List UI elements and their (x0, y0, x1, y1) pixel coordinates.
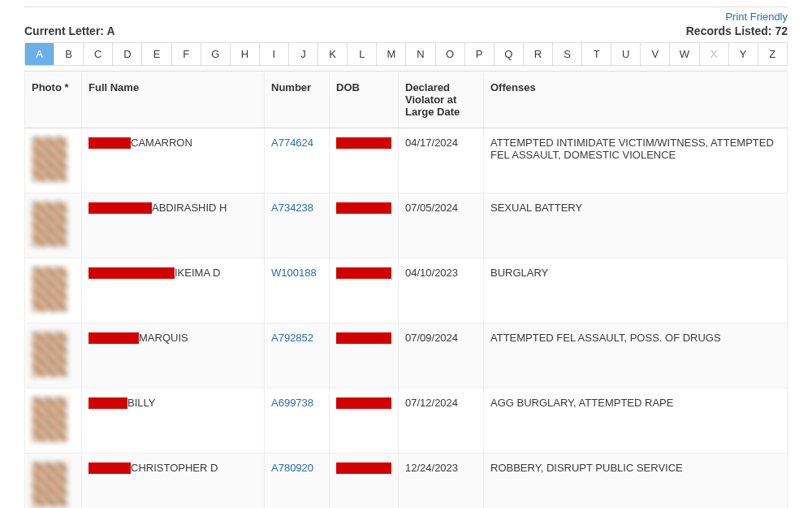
table-row: CHRISTOPHER DA78092012/24/2023ROBBERY, D… (25, 454, 788, 509)
letter-tab-w[interactable]: W (670, 43, 699, 65)
letter-tab-u[interactable]: U (611, 43, 641, 65)
table-row: ABDIRASHID HA73423807/05/2024SEXUAL BATT… (25, 193, 788, 258)
name-suffix: MARQUIS (139, 332, 188, 344)
redacted-name-block (89, 202, 152, 214)
table-row: MARQUISA79285207/09/2024ATTEMPTED FEL AS… (25, 323, 788, 389)
letter-tab-b[interactable]: B (54, 43, 84, 65)
letter-tab-h[interactable]: H (231, 43, 260, 65)
name-suffix: CAMARRON (131, 137, 192, 149)
letter-tab-f[interactable]: F (172, 43, 201, 65)
redacted-dob-block (336, 397, 391, 409)
table-row: IKEIMA DW10018804/10/2023BURGLARY (25, 258, 788, 323)
redacted-dob-block (336, 137, 391, 149)
letter-tab-q[interactable]: Q (495, 43, 524, 65)
letter-tab-k[interactable]: K (318, 43, 348, 65)
name-suffix: IKEIMA D (175, 267, 220, 279)
current-letter-label: Current Letter: A (24, 24, 115, 37)
offenses-text: ATTEMPTED FEL ASSAULT, POSS. OF DRUGS (484, 323, 788, 389)
offender-number-link[interactable]: A734238 (271, 202, 313, 214)
letter-tab-x: X (700, 43, 729, 65)
offender-number-link[interactable]: W100188 (271, 267, 317, 279)
offenses-text: AGG BURGLARY, ATTEMPTED RAPE (484, 389, 788, 454)
records-listed-label: Records Listed: 72 (686, 24, 788, 37)
letter-tab-j[interactable]: J (289, 43, 318, 65)
offender-number-link[interactable]: A699738 (271, 397, 313, 409)
col-header-number[interactable]: Number (265, 72, 330, 128)
print-friendly-link[interactable]: Print Friendly (24, 11, 788, 23)
redacted-dob-block (336, 332, 391, 344)
offenses-text: BURGLARY (484, 258, 788, 323)
name-suffix: ABDIRASHID H (152, 202, 227, 214)
offender-photo[interactable] (32, 137, 67, 182)
letter-tab-a[interactable]: A (25, 43, 54, 65)
letter-tab-z[interactable]: Z (758, 43, 787, 65)
letter-tab-p[interactable]: P (465, 43, 495, 65)
letter-tab-g[interactable]: G (201, 43, 231, 65)
table-row: CAMARRONA77462404/17/2024ATTEMPTED INTIM… (25, 128, 788, 193)
offender-photo[interactable] (32, 462, 67, 507)
results-table: Photo * Full Name Number DOB Declared Vi… (24, 71, 788, 508)
col-header-photo[interactable]: Photo * (25, 72, 82, 128)
redacted-name-block (89, 137, 131, 149)
offender-photo[interactable] (32, 397, 67, 442)
letter-tab-m[interactable]: M (377, 43, 406, 65)
letter-tab-e[interactable]: E (142, 43, 171, 65)
redacted-dob-block (336, 202, 391, 214)
col-header-fullname[interactable]: Full Name (82, 72, 265, 128)
offender-number-link[interactable]: A774624 (271, 137, 313, 149)
letter-tab-s[interactable]: S (553, 43, 582, 65)
letter-tab-c[interactable]: C (84, 43, 113, 65)
letter-tab-n[interactable]: N (406, 43, 435, 65)
redacted-name-block (89, 332, 139, 344)
letter-tab-d[interactable]: D (113, 43, 142, 65)
declared-date: 07/05/2024 (399, 193, 484, 258)
offender-photo[interactable] (32, 332, 67, 377)
offender-photo[interactable] (32, 202, 67, 247)
name-suffix: CHRISTOPHER D (131, 462, 218, 474)
letter-tab-l[interactable]: L (348, 43, 377, 65)
declared-date: 07/12/2024 (399, 389, 484, 454)
col-header-offenses[interactable]: Offenses (484, 72, 788, 128)
col-header-declared-date[interactable]: Declared Violator at Large Date (399, 72, 484, 128)
redacted-dob-block (336, 267, 391, 279)
declared-date: 04/17/2024 (399, 128, 484, 193)
letter-tab-i[interactable]: I (260, 43, 289, 65)
offenses-text: ATTEMPTED INTIMIDATE VICTIM/WITNESS, ATT… (484, 128, 788, 193)
redacted-name-block (89, 462, 131, 474)
letter-tab-o[interactable]: O (436, 43, 465, 65)
offenses-text: SEXUAL BATTERY (484, 193, 788, 258)
offender-number-link[interactable]: A780920 (271, 462, 313, 474)
declared-date: 12/24/2023 (399, 454, 484, 509)
letter-tabs: ABCDEFGHIJKLMNOPQRSTUVWXYZ (24, 42, 788, 66)
table-row: BILLYA69973807/12/2024AGG BURGLARY, ATTE… (25, 389, 788, 454)
letter-tab-v[interactable]: V (641, 43, 670, 65)
offender-number-link[interactable]: A792852 (271, 332, 313, 344)
declared-date: 07/09/2024 (399, 323, 484, 389)
col-header-dob[interactable]: DOB (330, 72, 399, 128)
name-suffix: BILLY (127, 397, 155, 409)
redacted-name-block (89, 267, 175, 279)
letter-tab-y[interactable]: Y (729, 43, 758, 65)
redacted-name-block (89, 397, 127, 409)
offenses-text: ROBBERY, DISRUPT PUBLIC SERVICE (484, 454, 788, 509)
redacted-dob-block (336, 462, 391, 474)
letter-tab-t[interactable]: T (582, 43, 611, 65)
letter-tab-r[interactable]: R (524, 43, 553, 65)
declared-date: 04/10/2023 (399, 258, 484, 323)
offender-photo[interactable] (32, 267, 67, 312)
